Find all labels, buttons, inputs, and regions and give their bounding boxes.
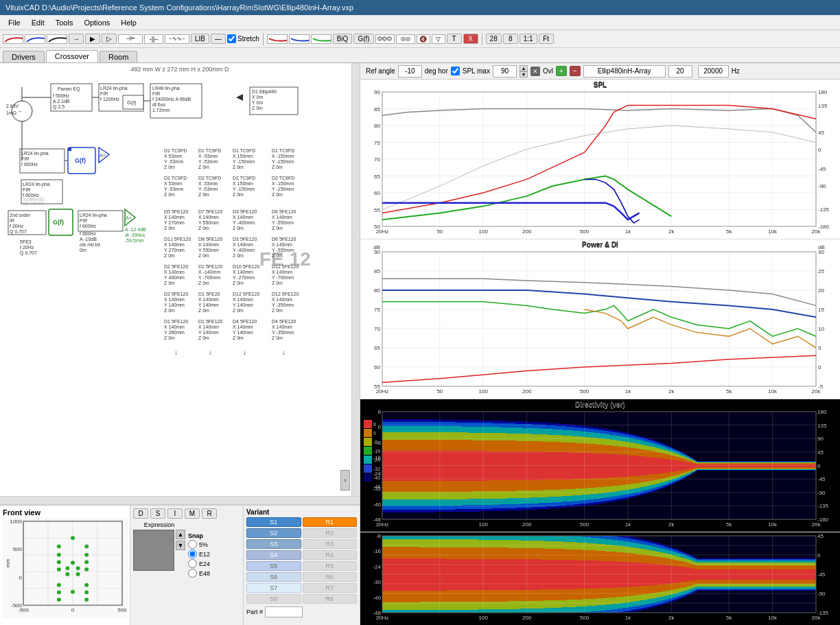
- svg-text:Z  0m: Z 0m: [164, 226, 175, 231]
- variant-s8[interactable]: S8: [246, 594, 301, 604]
- svg-text:Z  0m: Z 0m: [164, 308, 175, 313]
- svg-text:Y  270mm: Y 270mm: [164, 220, 185, 225]
- gf-btn[interactable]: G(f): [353, 34, 373, 44]
- i-btn[interactable]: I: [167, 508, 183, 519]
- curve-green-btn[interactable]: [311, 34, 331, 44]
- preset-name-input[interactable]: [583, 65, 666, 78]
- biq-btn[interactable]: BiQ: [333, 34, 353, 44]
- schematic-scrollbar-right[interactable]: [351, 63, 360, 504]
- variant-r2[interactable]: R2: [303, 528, 358, 538]
- snap-e12[interactable]: E12: [188, 550, 210, 558]
- stretch-checkbox[interactable]: [227, 34, 236, 43]
- svg-rect-43: [68, 148, 71, 151]
- variant-s4[interactable]: S4: [246, 550, 301, 560]
- zoom-ft-btn[interactable]: Ft: [539, 34, 554, 44]
- arrow-up-spl[interactable]: ▲ ▼: [520, 65, 528, 78]
- curve-blue-btn[interactable]: [25, 34, 45, 44]
- freq-max-input[interactable]: [698, 65, 729, 78]
- power-di-chart-wrapper: Power & DI: [360, 239, 840, 399]
- zoom-8-btn[interactable]: 8: [503, 34, 518, 44]
- variant-s5[interactable]: S5: [246, 561, 301, 571]
- arrow-up-btn[interactable]: ▲: [176, 530, 185, 539]
- svg-text:X -150mm: X -150mm: [272, 154, 294, 158]
- curve-red2-btn[interactable]: [267, 34, 288, 44]
- variant-r7[interactable]: R7: [303, 583, 358, 593]
- curve-blue2-btn[interactable]: [289, 34, 310, 44]
- tab-room[interactable]: Room: [100, 51, 137, 62]
- t-btn[interactable]: T: [447, 34, 462, 44]
- arrow-down-btn[interactable]: ▼: [176, 541, 185, 550]
- variant-s3[interactable]: S3: [246, 539, 301, 549]
- curve-black-btn[interactable]: [47, 34, 67, 44]
- menu-tools[interactable]: Tools: [50, 17, 79, 28]
- zoom-28-btn[interactable]: 28: [486, 34, 502, 44]
- r-btn[interactable]: R: [202, 508, 217, 519]
- svg-text:D2 5FE120: D2 5FE120: [164, 264, 189, 269]
- resistor-btn[interactable]: ⊣⊢: [118, 34, 143, 44]
- variant-r5[interactable]: R5: [303, 561, 358, 571]
- x-btn[interactable]: X: [463, 34, 478, 44]
- svg-text:X  53mm: X 53mm: [164, 154, 182, 158]
- freq-min-input[interactable]: [668, 65, 692, 78]
- menu-options[interactable]: Options: [78, 17, 115, 28]
- variant-s7[interactable]: S7: [246, 583, 301, 593]
- mute-btn[interactable]: 🔇: [417, 34, 430, 44]
- d-btn[interactable]: D: [133, 508, 148, 519]
- svg-text:f  20Hz: f 20Hz: [20, 245, 34, 250]
- snap-e48[interactable]: E48: [188, 569, 210, 578]
- svg-text:dt 6us: dt 6us: [152, 102, 166, 107]
- svg-text:X  140mm: X 140mm: [198, 325, 219, 329]
- main-area: 482 mm W z 272 mm H x 200mm D ~ 2.83V 1m…: [0, 63, 840, 625]
- svg-text:↓: ↓: [282, 349, 285, 356]
- x-mark-btn[interactable]: ✕: [530, 67, 540, 76]
- svg-text:D1 5FE120: D1 5FE120: [164, 319, 189, 324]
- svg-text:Z  0m: Z 0m: [233, 335, 244, 340]
- zoom-11-btn[interactable]: 1:1: [520, 34, 537, 44]
- variant-r8[interactable]: R8: [303, 594, 358, 604]
- variant-r1[interactable]: R1: [303, 517, 358, 527]
- variant-s2[interactable]: S2: [246, 528, 301, 538]
- schematic-scrollbar-bottom[interactable]: [0, 496, 360, 504]
- cap-btn[interactable]: -||–: [144, 34, 163, 44]
- svg-text:X  140mm: X 140mm: [164, 297, 185, 302]
- variant-r6[interactable]: R6: [303, 572, 358, 582]
- curve-red-btn[interactable]: [3, 34, 23, 44]
- svg-text:Y  140mm: Y 140mm: [198, 330, 219, 335]
- menu-file[interactable]: File: [3, 17, 26, 28]
- tab-drivers[interactable]: Drivers: [3, 51, 45, 62]
- variant-r4[interactable]: R4: [303, 550, 358, 560]
- variant-s6[interactable]: S6: [246, 572, 301, 582]
- svg-text:Y -53mm: Y -53mm: [198, 159, 218, 164]
- spl-max-input[interactable]: [493, 65, 517, 78]
- part-num-input[interactable]: [265, 606, 303, 617]
- svg-text:X -150mm: X -150mm: [272, 181, 294, 186]
- schematic-area[interactable]: 482 mm W z 272 mm H x 200mm D ~ 2.83V 1m…: [0, 63, 360, 505]
- spl-max-checkbox[interactable]: [451, 67, 460, 75]
- svg-text:D2 TC9FD: D2 TC9FD: [198, 176, 221, 180]
- panel-toggle-btn[interactable]: ›: [340, 470, 350, 491]
- snap-e24[interactable]: E24: [188, 559, 210, 568]
- menu-edit[interactable]: Edit: [26, 17, 50, 28]
- svg-text:A -12 4dB: A -12 4dB: [125, 227, 146, 232]
- coil-btn[interactable]: ~∿∿~: [165, 34, 189, 44]
- play-btn[interactable]: ▶: [85, 34, 100, 44]
- s-btn[interactable]: S: [150, 508, 165, 519]
- m-btn[interactable]: M: [185, 508, 200, 519]
- menu-help[interactable]: Help: [115, 17, 142, 28]
- pot-btn[interactable]: ⏣⏣⏣: [375, 34, 395, 44]
- triangle-btn[interactable]: ▽: [432, 34, 445, 44]
- ref-angle-input[interactable]: [398, 65, 422, 78]
- svg-text:FIR: FIR: [23, 187, 30, 192]
- variant-s1[interactable]: S1: [246, 517, 301, 527]
- arrow-btn[interactable]: →: [69, 34, 84, 44]
- play-outline-btn[interactable]: ▷: [102, 34, 117, 44]
- variant-r3[interactable]: R3: [303, 539, 358, 549]
- tab-crossover[interactable]: Crossover: [46, 50, 98, 62]
- ref-angle-label: Ref angle: [366, 67, 395, 75]
- snap-5pct[interactable]: 5%: [188, 540, 210, 549]
- lib-btn[interactable]: LIB: [191, 34, 209, 44]
- line-btn[interactable]: —: [211, 34, 226, 44]
- ovl-plus-btn[interactable]: +: [556, 66, 567, 76]
- transformer-btn[interactable]: ◎◎: [396, 34, 415, 44]
- ovl-minus-btn[interactable]: −: [570, 66, 581, 76]
